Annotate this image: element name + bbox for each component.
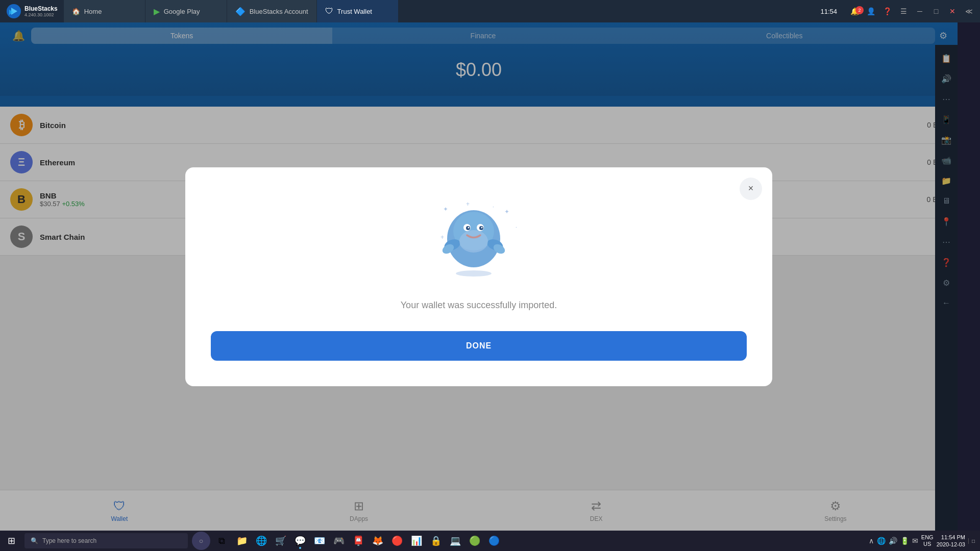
- taskbar-app-discord[interactable]: 💬: [291, 532, 309, 550]
- taskbar-app-security[interactable]: 🔒: [427, 532, 445, 550]
- notification-button[interactable]: 🔔 2: [847, 4, 862, 18]
- minimize-button[interactable]: ─: [913, 4, 927, 18]
- google-play-tab-icon: ▶: [154, 7, 160, 16]
- app-area: 📋 🔊 ⋯ 📱 📸 📹 📁 🖥 📍 ⋯ ❓ ⚙ ← 🔔 Tokens Finan…: [0, 22, 958, 531]
- star-decor-5: +: [440, 234, 444, 241]
- taskbar-app-green[interactable]: 🟢: [465, 532, 484, 550]
- notification-badge: 2: [855, 6, 864, 14]
- search-placeholder: Type here to search: [42, 537, 96, 544]
- svg-point-16: [459, 230, 488, 253]
- taskbar-app-firefox[interactable]: 🦊: [369, 532, 387, 550]
- taskbar-task-view[interactable]: ⧉: [212, 532, 231, 550]
- modal-message: Your wallet was successfully imported.: [401, 300, 557, 311]
- trust-wallet-tab-icon: 🛡: [325, 7, 333, 16]
- taskbar-app-outlook[interactable]: 📮: [349, 532, 368, 550]
- taskbar-app-edge[interactable]: 🌐: [252, 532, 271, 550]
- tab-google-play[interactable]: ▶ Google Play: [145, 0, 227, 22]
- svg-point-10: [481, 227, 483, 228]
- done-button[interactable]: DONE: [211, 331, 747, 361]
- taskbar-search[interactable]: 🔍 Type here to search: [24, 533, 188, 548]
- tray-volume[interactable]: 🔊: [889, 537, 897, 545]
- search-icon: 🔍: [31, 537, 38, 544]
- mascot-container: ✦ + ✦ · + ·: [438, 198, 520, 280]
- tray-network[interactable]: 🌐: [877, 537, 886, 545]
- tray-message[interactable]: ✉: [912, 537, 918, 545]
- tray-show-desktop[interactable]: □: [968, 538, 975, 544]
- trust-wallet-app: 🔔 Tokens Finance Collectibles ⚙ $0.00 ₿ …: [0, 22, 958, 531]
- svg-point-15: [456, 270, 492, 277]
- import-success-modal: × ✦ + ✦ · + ·: [185, 167, 772, 386]
- star-decor-1: ✦: [443, 206, 448, 213]
- tab-home[interactable]: 🏠 Home: [64, 0, 145, 22]
- tray-battery[interactable]: 🔋: [900, 537, 909, 545]
- modal-close-button[interactable]: ×: [740, 178, 762, 200]
- bluestacks-icon: [6, 4, 21, 19]
- account-button[interactable]: 👤: [864, 4, 878, 18]
- bluestacks-logo: BlueStacks 4.240.30.1002: [0, 4, 64, 19]
- tab-bluestacks-account[interactable]: 🔷 BlueStacks Account: [227, 0, 317, 22]
- star-decor-4: ·: [516, 223, 517, 231]
- tabs-bar: 🏠 Home ▶ Google Play 🔷 BlueStacks Accoun…: [64, 0, 815, 22]
- svg-point-9: [468, 227, 470, 228]
- star-decor-3: ✦: [504, 208, 509, 215]
- taskbar-tray: ∧ 🌐 🔊 🔋 ✉ ENG US 11:54 PM 2020-12-03 □: [864, 534, 980, 548]
- bluestacks-account-tab-icon: 🔷: [235, 7, 246, 16]
- start-button[interactable]: ⊞: [0, 531, 22, 551]
- titlebar-controls: 🔔 2 👤 ❓ ☰ ─ □ ✕ ≪: [843, 4, 980, 18]
- star-decor-2: +: [466, 201, 470, 208]
- star-decor-6: ·: [493, 203, 494, 210]
- windows-taskbar: ⊞ 🔍 Type here to search ○ ⧉ 📁 🌐 🛒 💬 📧 🎮 …: [0, 531, 980, 551]
- cortana-button[interactable]: ○: [192, 532, 210, 550]
- taskbar-app-explorer[interactable]: 📁: [233, 532, 251, 550]
- tray-language[interactable]: ENG US: [921, 534, 934, 547]
- help-button[interactable]: ❓: [880, 4, 894, 18]
- modal-illustration: ✦ + ✦ · + ·: [433, 193, 525, 285]
- maximize-button[interactable]: □: [929, 4, 943, 18]
- bluestacks-title: BlueStacks 4.240.30.1002: [24, 5, 58, 17]
- bluestacks-time: 11:54: [814, 8, 843, 15]
- taskbar-apps: 📁 🌐 🛒 💬 📧 🎮 📮 🦊 🔴 📊 🔒 💻 🟢 🔵: [231, 532, 864, 550]
- taskbar-app-stats[interactable]: 📊: [407, 532, 426, 550]
- menu-button[interactable]: ☰: [896, 4, 911, 18]
- tab-trust-wallet[interactable]: 🛡 Trust Wallet: [317, 0, 399, 22]
- taskbar-app-mail[interactable]: 📧: [310, 532, 329, 550]
- tray-up-arrow[interactable]: ∧: [869, 537, 874, 545]
- tray-time[interactable]: 11:54 PM 2020-12-03: [937, 534, 965, 548]
- trust-wallet-mascot: [438, 198, 509, 277]
- modal-overlay: × ✦ + ✦ · + ·: [0, 22, 958, 531]
- taskbar-app-teamviewer[interactable]: 💻: [446, 532, 464, 550]
- titlebar: BlueStacks 4.240.30.1002 🏠 Home ▶ Google…: [0, 0, 980, 22]
- taskbar-app-blue[interactable]: 🔵: [485, 532, 503, 550]
- taskbar-app-store[interactable]: 🛒: [272, 532, 290, 550]
- taskbar-app-red[interactable]: 🔴: [388, 532, 406, 550]
- taskbar-app-game[interactable]: 🎮: [330, 532, 348, 550]
- close-button[interactable]: ✕: [945, 4, 960, 18]
- collapse-button[interactable]: ≪: [962, 4, 976, 18]
- home-tab-icon: 🏠: [72, 8, 80, 15]
